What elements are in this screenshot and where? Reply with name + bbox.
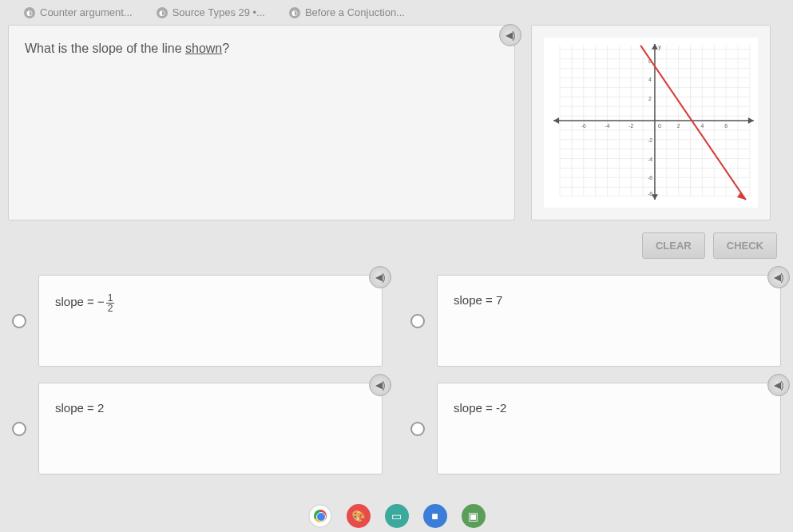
clear-button[interactable]: CLEAR [642, 232, 705, 259]
radio-a[interactable] [12, 314, 26, 328]
palette-icon[interactable]: 🎨 [347, 504, 371, 528]
globe-icon: ◐ [157, 7, 168, 18]
tab-source-types[interactable]: ◐ Source Types 29 •... [157, 6, 265, 18]
taskbar: 🎨 ▭ ■ ▣ [308, 504, 486, 528]
svg-marker-35 [553, 117, 559, 124]
globe-icon: ◐ [24, 7, 35, 18]
radio-d[interactable] [410, 422, 425, 436]
speaker-icon[interactable]: ◀) [369, 374, 391, 396]
svg-text:y: y [658, 44, 661, 50]
answers-grid: ◀) slope = −12 ◀) slope = 7 ◀) slope = 2… [0, 267, 793, 498]
answer-box-d: ◀) slope = -2 [437, 383, 781, 474]
svg-text:-2: -2 [628, 123, 633, 129]
answer-box-a: ◀) slope = −12 [38, 275, 383, 367]
document-icon[interactable]: ▭ [385, 504, 409, 528]
answer-option-a[interactable]: ◀) slope = −12 [12, 275, 383, 367]
shown-link[interactable]: shown [185, 42, 222, 55]
svg-text:-8: -8 [648, 191, 652, 197]
speaker-icon[interactable]: ◀) [499, 24, 521, 46]
svg-text:2: 2 [648, 96, 652, 101]
svg-text:2: 2 [677, 123, 680, 129]
svg-text:4: 4 [700, 123, 704, 129]
chrome-icon[interactable] [308, 504, 332, 528]
svg-marker-36 [652, 44, 658, 50]
svg-marker-37 [652, 194, 658, 200]
radio-c[interactable] [12, 422, 26, 436]
globe-icon: ◐ [289, 7, 300, 18]
question-text: What is the slope of the line shown? [25, 42, 498, 56]
video-icon[interactable]: ■ [423, 504, 447, 528]
answer-option-c[interactable]: ◀) slope = 2 [12, 383, 383, 474]
speaker-icon[interactable]: ◀) [767, 374, 790, 396]
svg-text:-4: -4 [605, 123, 609, 129]
answer-box-b: ◀) slope = 7 [437, 275, 781, 367]
question-panel: What is the slope of the line shown? [8, 25, 515, 220]
svg-text:-2: -2 [648, 137, 652, 143]
svg-text:-6: -6 [581, 123, 586, 129]
svg-text:0: 0 [658, 123, 661, 129]
graph-panel: -6-4-2 0 246 246 -2-4-6-8 y [531, 25, 771, 220]
svg-text:-6: -6 [648, 175, 652, 181]
action-buttons: CLEAR CHECK [0, 220, 793, 267]
coordinate-graph: -6-4-2 0 246 246 -2-4-6-8 y [544, 38, 758, 208]
svg-text:6: 6 [724, 123, 728, 129]
speaker-icon[interactable]: ◀) [369, 266, 391, 288]
user-icon[interactable]: ▣ [462, 504, 486, 528]
answer-option-d[interactable]: ◀) slope = -2 [410, 383, 781, 474]
answer-box-c: ◀) slope = 2 [38, 383, 383, 474]
svg-text:-4: -4 [648, 157, 652, 162]
speaker-icon[interactable]: ◀) [767, 266, 790, 288]
check-button[interactable]: CHECK [713, 232, 777, 259]
tab-before-conjunction[interactable]: ◐ Before a Conjuction... [289, 6, 405, 18]
browser-tabs: ◐ Counter argument... ◐ Source Types 29 … [0, 0, 793, 25]
answer-option-b[interactable]: ◀) slope = 7 [410, 275, 781, 367]
radio-b[interactable] [410, 314, 425, 328]
svg-text:4: 4 [648, 77, 652, 82]
svg-marker-34 [748, 117, 754, 124]
tab-counter-argument[interactable]: ◐ Counter argument... [24, 6, 133, 18]
